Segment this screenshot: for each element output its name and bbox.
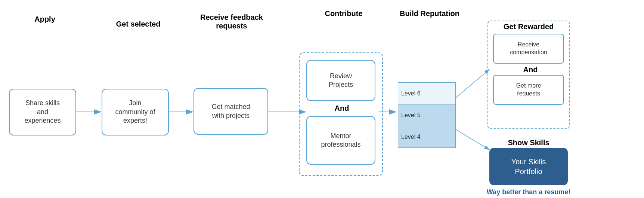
step-label-apply: Apply [11,15,78,24]
share-skills-box: Share skillsandexperiences [9,89,76,135]
receive-compensation-box: Receivecompensation [493,34,564,64]
show-skills-label: Show Skills [493,138,564,147]
review-projects-box: ReviewProjects [306,60,375,101]
skills-portfolio-box: Your SkillsPortfolio [489,148,568,185]
tagline-text: Way better than a resume! [486,188,572,196]
step-label-contribute: Contribute [306,9,381,18]
svg-line-8 [452,127,489,150]
get-rewarded-title: Get Rewarded [493,22,564,31]
get-more-requests-box: Get morerequests [493,75,564,105]
step-label-get-selected: Get selected [101,20,176,28]
level-6-row: Level 6 [398,83,455,104]
step-label-receive-feedback: Receive feedbackrequests [187,13,276,30]
step-label-build-reputation: Build Reputation [388,9,471,18]
reward-and-text: And [515,66,545,74]
level-table: Level 6 Level 5 Level 4 [398,82,456,148]
svg-line-7 [452,69,489,101]
join-community-box: Joincommunity ofexperts! [102,89,169,135]
contribute-and-text: And [325,104,359,113]
mentor-professionals-box: Mentorprofessionals [306,116,375,165]
get-matched-box: Get matchedwith projects [193,88,268,135]
level-5-row: Level 5 [398,104,455,126]
level-4-row: Level 4 [398,126,455,147]
